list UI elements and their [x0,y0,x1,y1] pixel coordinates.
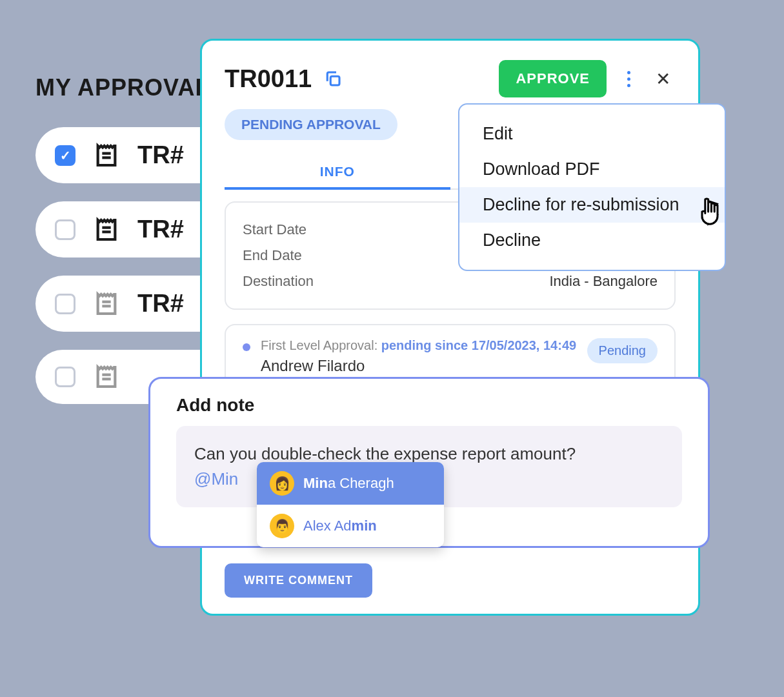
dropdown-menu: Edit Download PDF Decline for re-submiss… [458,103,726,271]
receipt-icon [94,291,119,317]
menu-item-edit[interactable]: Edit [459,116,725,152]
item-code: TR# [137,290,184,318]
item-code: TR# [137,141,184,169]
menu-item-decline[interactable]: Decline [459,223,725,258]
copy-icon[interactable] [323,69,343,88]
menu-item-download-pdf[interactable]: Download PDF [459,152,725,187]
receipt-icon [94,364,119,390]
receipt-icon [94,143,119,168]
approval-label: First Level Approval: [261,338,381,352]
receipt-icon [94,217,119,243]
note-title: Add note [176,395,682,416]
checkbox[interactable] [55,145,75,166]
close-icon[interactable]: ✕ [650,68,676,90]
status-badge: PENDING APPROVAL [225,109,397,140]
panel-title: TR0011 [225,65,312,93]
approval-date: pending since 17/05/2023, 14:49 [381,338,576,352]
mention-suggestions: 👩 Mina Cheragh 👨 Alex Admin [257,462,444,547]
approver-name: Andrew Filardo [261,357,577,375]
checkbox[interactable] [55,367,75,387]
suggestion-item[interactable]: 👨 Alex Admin [257,505,444,547]
avatar: 👨 [270,514,294,538]
checkbox[interactable] [55,294,75,314]
pending-badge: Pending [587,338,658,363]
suggestion-item[interactable]: 👩 Mina Cheragh [257,462,444,505]
menu-item-decline-resubmission[interactable]: Decline for re-submission [459,187,725,223]
end-date-label: End Date [243,247,302,264]
mention-text: @Min [194,469,238,489]
start-date-label: Start Date [243,221,307,238]
destination-label: Destination [243,273,314,290]
item-code: TR# [137,216,184,243]
destination-value: India - Bangalore [549,273,658,290]
status-dot-icon [243,343,250,351]
approve-button[interactable]: APPROVE [499,60,607,97]
tab-info[interactable]: INFO [225,156,450,190]
checkbox[interactable] [55,219,75,240]
more-menu-button[interactable] [618,66,639,92]
write-comment-button[interactable]: WRITE COMMENT [225,563,372,598]
avatar: 👩 [270,471,294,496]
svg-rect-8 [330,76,339,85]
cursor-pointer-icon [697,196,723,227]
